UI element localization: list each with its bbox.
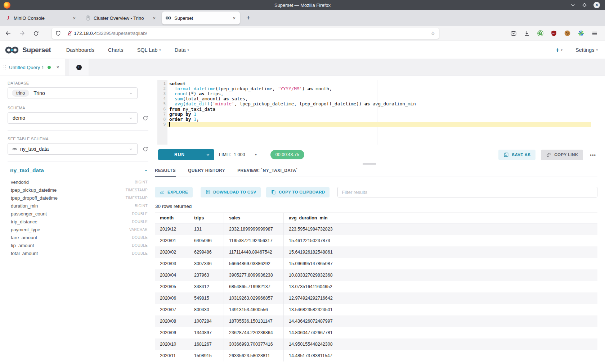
filter-results-input[interactable] [337,187,597,197]
column-name: duration_min [11,203,38,209]
back-button[interactable] [5,30,11,36]
schema-column-row[interactable]: total_amountDOUBLE [11,249,148,257]
asterisk-extension-icon[interactable] [578,30,584,37]
tab-query-history[interactable]: QUERY HISTORY [188,168,225,177]
run-button[interactable]: RUN [158,149,214,160]
table-row[interactable]: 2020/11150891526335623.5802881114.485173… [155,350,597,361]
add-query-tab[interactable]: + [69,59,89,76]
table-row[interactable]: 2020/10168126730366993.70037741614.95015… [155,338,597,350]
schema-column-row[interactable]: vendoridBIGINT [11,178,148,186]
nav-item-charts[interactable]: Charts [108,47,124,53]
caret-down-icon: ▾ [159,48,161,52]
run-toolbar: RUN LIMIT: 1 000 ▾ 00:00:43.75 SAVE AS [158,149,597,160]
nav-item-data[interactable]: Data▾ [175,47,189,53]
hamburger-menu-icon[interactable] [591,30,598,37]
line-number: 2 [157,86,167,91]
chevron-down-icon [129,147,133,151]
query-tab-untitled[interactable]: Untitled Query 1 × [0,59,65,76]
more-options-button[interactable]: ••• [588,152,597,158]
column-header-month[interactable]: month [155,213,189,223]
browser-tab-minio[interactable]: MinIO Console × [2,12,80,24]
explore-button[interactable]: EXPLORE [155,187,193,197]
table-cell: 6854865.719982137 [224,281,284,292]
run-options-caret[interactable] [201,149,214,160]
copy-link-button[interactable]: COPY LINK [541,150,583,160]
query-tab-close-icon[interactable]: × [57,64,59,70]
settings-menu[interactable]: Settings▾ [575,47,598,53]
table-row[interactable]: 2020/0654981510319263.02996685712.974924… [155,292,597,304]
drag-handle-icon[interactable] [4,65,6,70]
table-row[interactable]: 2020/0780043014913153.460055613.54682358… [155,304,597,315]
schema-column-row[interactable]: tpep_pickup_datetimeTIMESTAMP [11,186,148,194]
sql-editor[interactable]: 1select2 format_datetime(tpep_pickup_dat… [157,80,597,145]
tab-close-icon[interactable]: × [232,15,237,21]
database-value: Trino [33,90,45,96]
copy-link-label: COPY LINK [554,153,578,157]
table-row[interactable]: 2019/121312332.1899999999987223.59541984… [155,223,597,235]
downloads-icon[interactable] [524,30,530,37]
superset-brand[interactable]: Superset [4,46,51,54]
table-row[interactable]: 2020/09134089723628744.22023686414.80604… [155,327,597,338]
close-button[interactable]: × [593,2,600,8]
table-row[interactable]: 2020/026299486117114448.8946754215.64192… [155,246,597,258]
tab-close-icon[interactable]: × [72,15,77,21]
green-extension-icon[interactable] [537,30,544,37]
reload-button[interactable] [33,31,39,36]
firefox-window: Superset — Mozilla Firefox × MinIO Conso… [0,0,605,364]
bookmark-star-icon[interactable]: ☆ [431,30,435,37]
chevron-down-icon [129,116,133,120]
database-select[interactable]: trino Trino [8,87,138,99]
nav-item-sql-lab[interactable]: SQL Lab▾ [137,47,161,53]
resize-handle[interactable] [363,163,376,164]
copy-clipboard-button[interactable]: COPY TO CLIPBOARD [266,187,330,197]
schema-column-row[interactable]: tpep_dropoff_datetimeTIMESTAMP [11,194,148,202]
table-cell: 15.46122150237873 [284,235,597,246]
nav-item-dashboards[interactable]: Dashboards [66,47,94,53]
table-row[interactable]: 2020/08100728418705536.15013114714.43642… [155,315,597,327]
tab-label: Superset [174,15,232,21]
schema-column-row[interactable]: payment_typeVARCHAR [11,226,148,233]
table-row[interactable]: 2020/042379633905277.809993623810.833327… [155,269,597,281]
refresh-schema-icon[interactable] [142,115,148,121]
url-bar[interactable]: 172.18.0.4:32295/superset/sqllab/ ☆ [52,28,439,39]
schema-select[interactable]: demo [8,112,138,124]
table-select[interactable]: ny_taxi_data [8,143,138,155]
column-header-trips[interactable]: trips [189,213,224,223]
add-new-button[interactable]: +▾ [555,46,563,54]
column-name: payment_type [11,227,40,232]
schema-column-row[interactable]: trip_distanceDOUBLE [11,218,148,226]
collapse-table-icon[interactable] [144,168,148,173]
refresh-tables-icon[interactable] [142,146,148,152]
browser-tab-trino[interactable]: Cluster Overview - Trino × [82,12,160,24]
divider [155,177,597,177]
tab-preview-table[interactable]: PREVIEW: `NY_TAXI_DATA` [237,168,298,177]
maximize-button[interactable] [582,3,587,8]
cookie-icon[interactable] [564,30,571,37]
table-row[interactable]: 2020/016405096119538721.9245631715.46122… [155,235,597,246]
limit-dropdown[interactable]: LIMIT: 1 000 ▾ [219,152,257,157]
schema-column-row[interactable]: tip_amountDOUBLE [11,241,148,249]
pocket-icon[interactable] [510,30,517,37]
minimize-button[interactable] [570,3,575,8]
forward-button[interactable] [19,30,25,36]
schema-value: demo [13,115,25,121]
tab-close-icon[interactable]: × [152,15,157,21]
column-header-sales[interactable]: sales [224,213,284,223]
reload-icon [33,31,39,36]
tab-results[interactable]: RESULTS [155,168,176,177]
download-csv-button[interactable]: DOWNLOAD TO CSV [201,187,261,197]
table-cell: 14.950155448242308 [284,338,597,350]
save-as-button[interactable]: SAVE AS [498,150,535,160]
sql-lab-main: 1select2 format_datetime(tpep_pickup_dat… [153,76,605,364]
column-header-avg_duration_min[interactable]: avg_duration_min [284,213,597,223]
url-path: :32295/superset/sqllab/ [97,31,147,36]
table-row[interactable]: 2020/03300733656664869.0388629215.096995… [155,258,597,269]
ublock-shield-icon[interactable]: UO [551,30,557,37]
new-tab-button[interactable]: + [244,14,252,22]
table-row[interactable]: 2020/053484126854865.71998213713.0735164… [155,281,597,292]
nav-label: Dashboards [66,47,94,53]
schema-column-row[interactable]: passenger_countDOUBLE [11,210,148,218]
schema-column-row[interactable]: fare_amountDOUBLE [11,233,148,241]
browser-tab-superset[interactable]: Superset × [162,12,240,24]
schema-column-row[interactable]: duration_minBIGINT [11,202,148,210]
